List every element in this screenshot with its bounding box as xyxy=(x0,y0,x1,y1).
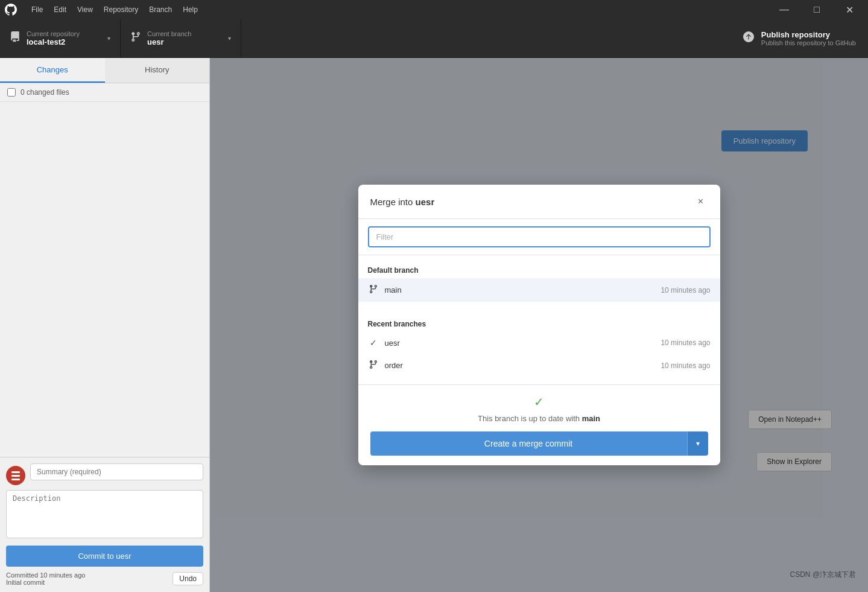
commit-form-row xyxy=(6,463,203,485)
branch-uesr-check-icon: ✓ xyxy=(368,338,379,348)
repo-icon xyxy=(10,31,21,45)
titlebar-left: File Edit View Repository Branch Help xyxy=(5,4,203,16)
branch-uesr-time: 10 minutes ago xyxy=(661,339,710,347)
committed-text: Committed 10 minutes ago Initial commit xyxy=(6,571,85,586)
undo-button[interactable]: Undo xyxy=(173,572,203,585)
branch-item-uesr[interactable]: ✓ uesr 10 minutes ago xyxy=(358,332,720,354)
default-branch-label: Default branch xyxy=(358,263,720,278)
tab-history[interactable]: History xyxy=(105,58,210,83)
branch-item-order[interactable]: order 10 minutes ago xyxy=(358,354,720,377)
branch-name: uesr xyxy=(147,37,220,46)
menu-branch[interactable]: Branch xyxy=(144,4,177,15)
toolbar: Current repository local-test2 ▾ Current… xyxy=(0,19,868,58)
tab-changes[interactable]: Changes xyxy=(0,58,105,83)
github-logo-icon xyxy=(5,4,17,16)
footer-text-branch: main xyxy=(582,414,600,423)
summary-input[interactable] xyxy=(30,463,203,480)
branch-filter-input[interactable] xyxy=(368,226,711,247)
publish-section[interactable]: Publish repository Publish this reposito… xyxy=(731,19,868,57)
modal-close-button[interactable]: × xyxy=(694,194,708,209)
commit-icon-bar-2 xyxy=(11,475,20,477)
recent-branches-section: Recent branches ✓ uesr 10 minutes ago xyxy=(358,309,720,384)
modal-title: Merge into uesr xyxy=(370,197,435,207)
publish-icon xyxy=(743,31,754,45)
sidebar: Changes History 0 changed files Commit t… xyxy=(0,58,210,592)
committed-time: Committed 10 minutes ago xyxy=(6,571,85,579)
branch-selector[interactable]: Current branch uesr ▾ xyxy=(121,19,241,57)
footer-status: ✓ This branch is up to date with main xyxy=(370,395,708,423)
repo-name: local-test2 xyxy=(27,37,99,46)
window-controls: — □ ✕ xyxy=(770,0,863,19)
default-branch-section: Default branch main 10 minutes ago xyxy=(358,255,720,309)
modal-footer: ✓ This branch is up to date with main Cr… xyxy=(358,384,720,465)
file-list xyxy=(0,102,209,457)
modal-overlay: Merge into uesr × Default branch xyxy=(210,58,868,592)
branch-main-icon xyxy=(368,284,379,296)
sidebar-tabs: Changes History xyxy=(0,58,209,83)
repo-chevron-icon: ▾ xyxy=(107,35,110,42)
committed-sub: Initial commit xyxy=(6,579,85,586)
footer-status-text: This branch is up to date with main xyxy=(478,414,600,423)
branch-order-time: 10 minutes ago xyxy=(661,361,710,370)
branch-order-name: order xyxy=(385,361,655,370)
commit-avatar xyxy=(6,466,25,485)
branch-item-main[interactable]: main 10 minutes ago xyxy=(358,278,720,302)
branch-label: Current branch xyxy=(147,30,220,37)
branch-icon xyxy=(130,31,141,45)
changed-files-count: 0 changed files xyxy=(21,88,69,97)
main-area: Changes History 0 changed files Commit t… xyxy=(0,58,868,592)
committed-info: Committed 10 minutes ago Initial commit … xyxy=(6,571,203,586)
file-header: 0 changed files xyxy=(0,83,209,102)
repo-label: Current repository xyxy=(27,30,99,37)
menu-view[interactable]: View xyxy=(72,4,98,15)
commit-icon-bar-1 xyxy=(11,471,20,473)
modal-title-branch: uesr xyxy=(416,197,435,207)
close-button[interactable]: ✕ xyxy=(835,0,863,19)
publish-subtitle: Publish this repository to GitHub xyxy=(761,39,856,46)
menu-help[interactable]: Help xyxy=(178,4,203,15)
menu-repository[interactable]: Repository xyxy=(99,4,143,15)
commit-icon-bar-3 xyxy=(11,479,20,480)
repo-selector[interactable]: Current repository local-test2 ▾ xyxy=(0,19,121,57)
branch-chevron-icon: ▾ xyxy=(228,35,231,42)
repo-text: Current repository local-test2 xyxy=(27,30,99,46)
menu-bar: File Edit View Repository Branch Help xyxy=(27,4,203,15)
modal-header: Merge into uesr × xyxy=(358,185,720,219)
branch-main-name: main xyxy=(385,285,655,294)
branch-uesr-name: uesr xyxy=(385,339,655,348)
select-all-checkbox[interactable] xyxy=(7,88,16,97)
content-area: Publish repository Open in Notepad++ Sho… xyxy=(210,58,868,592)
modal-body: Default branch main 10 minutes ago xyxy=(358,219,720,384)
maximize-button[interactable]: □ xyxy=(803,0,831,19)
commit-icon-inner xyxy=(11,471,20,480)
footer-text-prefix: This branch is up to date with xyxy=(478,414,582,423)
commit-button[interactable]: Commit to uesr xyxy=(6,546,203,567)
merge-btn-row: Create a merge commit ▾ xyxy=(370,431,708,456)
description-input[interactable] xyxy=(6,490,203,538)
publish-text: Publish repository Publish this reposito… xyxy=(761,30,856,46)
merge-modal: Merge into uesr × Default branch xyxy=(358,185,720,465)
merge-commit-button[interactable]: Create a merge commit xyxy=(370,431,687,456)
branch-text: Current branch uesr xyxy=(147,30,220,46)
titlebar: File Edit View Repository Branch Help — … xyxy=(0,0,868,19)
recent-branches-label: Recent branches xyxy=(358,316,720,332)
publish-title: Publish repository xyxy=(761,30,856,39)
branch-order-icon xyxy=(368,360,379,371)
modal-title-prefix: Merge into xyxy=(370,197,416,207)
merge-commit-chevron-button[interactable]: ▾ xyxy=(687,431,708,456)
branch-main-time: 10 minutes ago xyxy=(661,286,710,294)
minimize-button[interactable]: — xyxy=(770,0,798,19)
menu-edit[interactable]: Edit xyxy=(49,4,71,15)
footer-check-icon: ✓ xyxy=(534,395,544,409)
modal-search-area xyxy=(358,219,720,255)
commit-area: Commit to uesr Committed 10 minutes ago … xyxy=(0,457,209,592)
menu-file[interactable]: File xyxy=(27,4,48,15)
